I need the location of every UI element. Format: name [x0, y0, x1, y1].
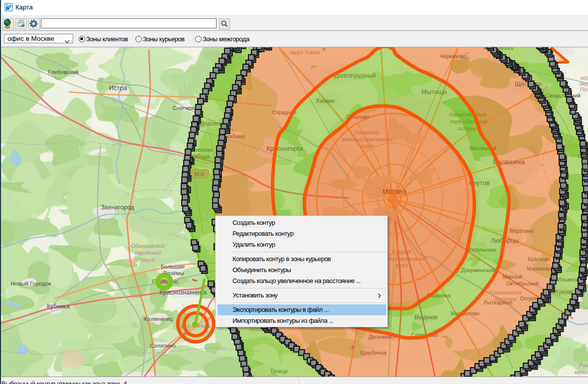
svg-text:округ: округ — [141, 257, 155, 263]
svg-text:Одинцовский: Одинцовский — [131, 243, 165, 249]
svg-text:Рам: Рам — [579, 362, 588, 368]
svg-text:Снегири: Снегири — [173, 105, 195, 111]
svg-text:Истра: Истра — [109, 84, 127, 92]
svg-text:муници: муници — [575, 369, 588, 375]
svg-text:Большие: Большие — [161, 264, 185, 270]
svg-text:окру: окру — [580, 81, 588, 87]
svg-text:Кубинка: Кубинка — [47, 303, 70, 310]
svg-text:Глебовский: Глебовский — [48, 69, 78, 75]
svg-text:Пеп: Пеп — [580, 87, 588, 93]
svg-text:Селятино: Селятино — [150, 343, 176, 349]
svg-text:гор: гор — [581, 75, 588, 81]
svg-text:Новый Городок: Новый Городок — [10, 281, 51, 287]
svg-text:городской: городской — [135, 250, 161, 256]
svg-text:Калининец: Калининец — [144, 316, 173, 322]
svg-text:Звенигород: Звенигород — [101, 204, 134, 211]
svg-text:Краснознаменск: Краснознаменск — [160, 289, 207, 296]
